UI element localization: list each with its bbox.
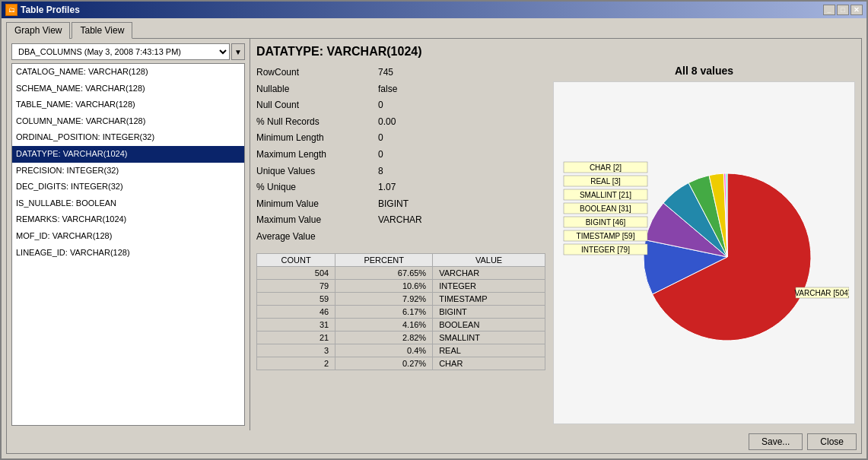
stats-label: Minimum Length (256, 130, 378, 147)
column-item[interactable]: ORDINAL_POSITION: INTEGER(32) (12, 129, 244, 146)
main-window: 🗂 Table Profiles _ □ ✕ Graph View Table … (0, 0, 868, 460)
stats-row: RowCount745 (256, 65, 545, 81)
tabs-row: Graph View Table View (2, 18, 866, 38)
table-row: 50467.65%VARCHAR (257, 266, 545, 279)
stats-value: 8 (378, 163, 383, 180)
table-dropdown[interactable]: DBA_COLUMNS (May 3, 2008 7:43:13 PM) (11, 43, 230, 60)
cell-count: 79 (257, 279, 335, 292)
maximize-button[interactable]: □ (837, 5, 849, 15)
cell-value: VARCHAR (433, 266, 545, 279)
column-item[interactable]: DATATYPE: VARCHAR(1024) (12, 146, 244, 163)
minimize-button[interactable]: _ (823, 5, 835, 15)
info-section: RowCount745NullablefalseNull Count0% Nul… (256, 65, 545, 424)
stats-label: Maximum Value (256, 212, 378, 229)
cell-percent: 0.27% (335, 357, 433, 370)
cell-count: 59 (257, 292, 335, 305)
cell-percent: 7.92% (335, 292, 433, 305)
info-and-chart: RowCount745NullablefalseNull Count0% Nul… (256, 65, 855, 424)
stats-row: Nullablefalse (256, 81, 545, 98)
stats-row: Unique Values8 (256, 163, 545, 180)
column-item[interactable]: REMARKS: VARCHAR(1024) (12, 211, 244, 228)
stats-label: % Unique (256, 179, 378, 196)
cell-value: BIGINT (433, 305, 545, 318)
column-item[interactable]: PRECISION: INTEGER(32) (12, 163, 244, 179)
table-row: 30.4%REAL (257, 344, 545, 357)
window-title: Table Profiles (21, 5, 80, 15)
stats-value: 0.00 (378, 114, 396, 131)
cell-percent: 67.65% (335, 266, 433, 279)
svg-text:CHAR [2]: CHAR [2] (589, 163, 621, 172)
bottom-bar: Save... Close (7, 430, 861, 453)
stats-row: Maximum Length0 (256, 147, 545, 163)
stats-value: BIGINT (378, 196, 409, 213)
table-row: 212.82%SMALLINT (257, 331, 545, 344)
stats-value: false (378, 81, 397, 98)
cell-value: INTEGER (433, 279, 545, 292)
column-item[interactable]: IS_NULLABLE: BOOLEAN (12, 195, 244, 212)
col-header-count: COUNT (257, 253, 335, 266)
stats-row: Minimum ValueBIGINT (256, 196, 545, 213)
stats-value: 0 (378, 147, 383, 163)
svg-text:VARCHAR [504]: VARCHAR [504] (794, 289, 849, 297)
table-row: 314.16%BOOLEAN (257, 318, 545, 331)
svg-text:BOOLEAN [31]: BOOLEAN [31] (580, 205, 631, 213)
stats-value: 745 (378, 65, 393, 81)
stats-label: Maximum Length (256, 147, 378, 163)
table-row: 7910.6%INTEGER (257, 279, 545, 292)
svg-text:SMALLINT [21]: SMALLINT [21] (579, 191, 631, 199)
right-panel: DATATYPE: VARCHAR(1024) RowCount745Nulla… (250, 39, 861, 430)
tab-graph-view[interactable]: Graph View (6, 22, 70, 39)
stats-value: 0 (378, 97, 383, 114)
stats-row: Maximum ValueVARCHAR (256, 212, 545, 229)
tab-content: DBA_COLUMNS (May 3, 2008 7:43:13 PM) ▼ C… (6, 38, 862, 454)
stats-label: RowCount (256, 65, 378, 81)
stats-value: 1.07 (378, 179, 396, 196)
cell-percent: 2.82% (335, 331, 433, 344)
stats-row: Minimum Length0 (256, 130, 545, 147)
stats-value: VARCHAR (378, 212, 422, 229)
cell-count: 504 (257, 266, 335, 279)
column-item[interactable]: LINEAGE_ID: VARCHAR(128) (12, 245, 244, 262)
cell-count: 46 (257, 305, 335, 318)
cell-value: TIMESTAMP (433, 292, 545, 305)
stats-label: Average Value (256, 229, 378, 246)
chart-title: All 8 values (675, 65, 733, 77)
table-row: 597.92%TIMESTAMP (257, 292, 545, 305)
stats-label: % Null Records (256, 114, 378, 131)
stats-value: 0 (378, 130, 383, 147)
cell-value: REAL (433, 344, 545, 357)
cell-count: 21 (257, 331, 335, 344)
column-item[interactable]: DEC_DIGITS: INTEGER(32) (12, 179, 244, 195)
title-bar: 🗂 Table Profiles _ □ ✕ (2, 2, 866, 18)
stats-row: % Null Records0.00 (256, 114, 545, 131)
svg-text:REAL [3]: REAL [3] (590, 177, 621, 186)
column-item[interactable]: COLUMN_NAME: VARCHAR(128) (12, 113, 244, 130)
col-header-value: VALUE (433, 253, 545, 266)
close-button[interactable]: Close (807, 433, 857, 450)
dropdown-row: DBA_COLUMNS (May 3, 2008 7:43:13 PM) ▼ (11, 43, 245, 60)
cell-count: 31 (257, 318, 335, 331)
chart-section: All 8 values CHAR [2]REAL [3]SMALLINT [2… (553, 65, 855, 424)
close-window-button[interactable]: ✕ (851, 5, 863, 15)
stats-label: Nullable (256, 81, 378, 98)
dropdown-arrow-button[interactable]: ▼ (231, 43, 245, 60)
stats-row: Null Count0 (256, 97, 545, 114)
table-row: 20.27%CHAR (257, 357, 545, 370)
column-item[interactable]: CATALOG_NAME: VARCHAR(128) (12, 64, 244, 81)
left-panel: DBA_COLUMNS (May 3, 2008 7:43:13 PM) ▼ C… (7, 39, 250, 430)
cell-value: BOOLEAN (433, 318, 545, 331)
detail-title: DATATYPE: VARCHAR(1024) (256, 45, 855, 59)
data-table: COUNT PERCENT VALUE 50467.65%VARCHAR7910… (256, 253, 545, 370)
table-row: 466.17%BIGINT (257, 305, 545, 318)
tab-table-view[interactable]: Table View (72, 22, 132, 39)
cell-percent: 6.17% (335, 305, 433, 318)
column-item[interactable]: MOF_ID: VARCHAR(128) (12, 228, 244, 245)
stats-table: RowCount745NullablefalseNull Count0% Nul… (256, 65, 545, 246)
cell-value: SMALLINT (433, 331, 545, 344)
stats-row: Average Value (256, 229, 545, 246)
save-button[interactable]: Save... (749, 433, 803, 450)
stats-label: Unique Values (256, 163, 378, 180)
column-item[interactable]: SCHEMA_NAME: VARCHAR(128) (12, 81, 244, 97)
column-item[interactable]: TABLE_NAME: VARCHAR(128) (12, 97, 244, 113)
column-list[interactable]: CATALOG_NAME: VARCHAR(128)SCHEMA_NAME: V… (11, 63, 245, 426)
